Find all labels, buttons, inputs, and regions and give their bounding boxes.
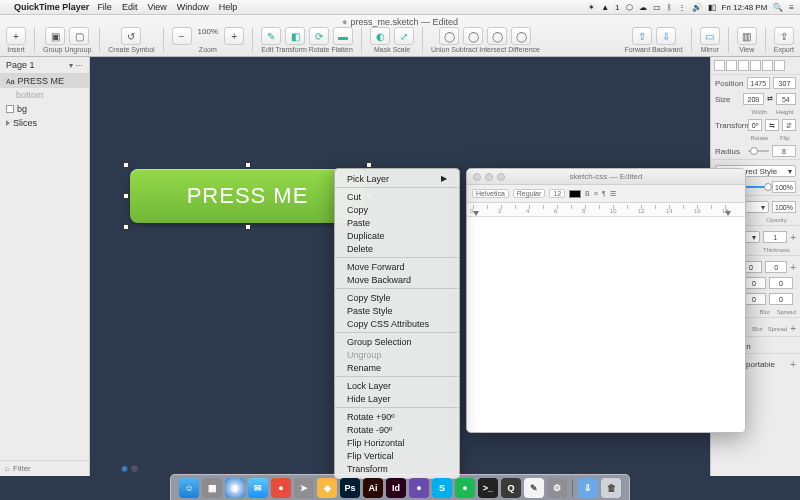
spotlight-icon[interactable]: 🔍 (773, 3, 783, 12)
page-selector[interactable]: Page 1▾ ⋯ (0, 57, 89, 74)
group-button[interactable]: ▣ (45, 27, 65, 45)
zoom-out-button[interactable]: − (172, 27, 192, 45)
align-top-button[interactable] (750, 60, 761, 71)
dock-skype-icon[interactable]: S (432, 478, 452, 498)
dock-finder-icon[interactable]: ☺ (179, 478, 199, 498)
backward-button[interactable]: ⇩ (656, 27, 676, 45)
dock-settings-icon[interactable]: ⚙ (547, 478, 567, 498)
rotate-button[interactable]: ⟳ (309, 27, 329, 45)
status-count[interactable]: 1 (615, 3, 619, 12)
evernote-icon[interactable]: ✶ (588, 3, 595, 12)
menu-view[interactable]: View (147, 2, 166, 12)
zoom-in-button[interactable]: + (224, 27, 244, 45)
cloud-icon[interactable]: ☁ (639, 3, 647, 12)
dock-mail-icon[interactable]: ✉ (248, 478, 268, 498)
textedit-window[interactable]: sketch-css — Edited Helvetica Regular 12… (466, 168, 746, 433)
pos-y-input[interactable]: 307 (773, 77, 796, 89)
ctx-hide-layer[interactable]: Hide Layer (335, 392, 459, 405)
ctx-delete[interactable]: Delete (335, 242, 459, 255)
ctx-pick-layer[interactable]: Pick Layer▶ (335, 172, 459, 185)
dock-quicktime-icon[interactable]: Q (501, 478, 521, 498)
ctx-paste-style[interactable]: Paste Style (335, 304, 459, 317)
resize-handle-tl[interactable] (123, 162, 129, 168)
width-input[interactable]: 208 (743, 93, 763, 105)
text-color-swatch[interactable] (569, 190, 581, 198)
notification-center-icon[interactable]: ≡ (789, 3, 794, 12)
resize-handle-ml[interactable] (123, 193, 129, 199)
resize-handle-bm[interactable] (245, 224, 251, 230)
dock-messages-icon[interactable]: ● (271, 478, 291, 498)
layer-filter-input[interactable] (13, 464, 118, 473)
dock-textedit-icon[interactable]: ✎ (524, 478, 544, 498)
edit-button[interactable]: ✎ (261, 27, 281, 45)
mirror-button[interactable]: ▭ (700, 27, 720, 45)
pos-x-input[interactable]: 1475 (747, 77, 770, 89)
dock-app-a-icon[interactable]: ● (409, 478, 429, 498)
forward-button[interactable]: ⇧ (632, 27, 652, 45)
clock[interactable]: Fri 12:48 PM (722, 3, 768, 12)
layer-row[interactable]: bg (0, 102, 89, 116)
spacing-button[interactable]: ¶ (602, 190, 606, 197)
volume-icon[interactable]: 🔊 (692, 3, 702, 12)
ctx-cut[interactable]: Cut (335, 190, 459, 203)
active-app-name[interactable]: QuickTime Player (14, 2, 89, 12)
ctx-flip-horizontal[interactable]: Flip Horizontal (335, 436, 459, 449)
ctx-move-forward[interactable]: Move Forward (335, 260, 459, 273)
height-input[interactable]: 54 (776, 93, 796, 105)
textedit-ruler[interactable]: 024681012141618 (467, 203, 745, 217)
dock-photoshop-icon[interactable]: Ps (340, 478, 360, 498)
mask-button[interactable]: ◐ (370, 27, 390, 45)
filter-options-icon-2[interactable]: ◎ (131, 464, 138, 473)
flatten-button[interactable]: ▬ (333, 27, 353, 45)
ctx-copy[interactable]: Copy (335, 203, 459, 216)
font-size-select[interactable]: 12 (549, 189, 565, 198)
ctx-duplicate[interactable]: Duplicate (335, 229, 459, 242)
flip-h-button[interactable]: ⇋ (765, 119, 779, 131)
rotate-input[interactable]: 0º (748, 119, 762, 131)
textedit-body[interactable] (467, 217, 745, 432)
ctx-move-backward[interactable]: Move Backward (335, 273, 459, 286)
scale-button[interactable]: ⤢ (394, 27, 414, 45)
align-left-button[interactable] (714, 60, 725, 71)
resize-handle-tm[interactable] (245, 162, 251, 168)
create-symbol-button[interactable]: ↺ (121, 27, 141, 45)
align-right-button[interactable] (738, 60, 749, 71)
view-button[interactable]: ▥ (737, 27, 757, 45)
radius-slider[interactable] (748, 150, 769, 152)
list-button[interactable]: ☰ (610, 190, 616, 198)
ctx-rotate-90-[interactable]: Rotate +90º (335, 410, 459, 423)
opacity2-input[interactable]: 100% (772, 201, 796, 213)
dock-spotify-icon[interactable]: ● (455, 478, 475, 498)
press-me-button-layer[interactable]: PRESS ME (130, 169, 365, 223)
transform-button[interactable]: ◧ (285, 27, 305, 45)
ctx-lock-layer[interactable]: Lock Layer (335, 379, 459, 392)
menu-window[interactable]: Window (177, 2, 209, 12)
adobe-cc-icon[interactable]: ▲ (601, 3, 609, 12)
menu-help[interactable]: Help (219, 2, 238, 12)
intersect-button[interactable]: ◯ (487, 27, 507, 45)
dock-launchpad-icon[interactable]: ▦ (202, 478, 222, 498)
dock-indesign-icon[interactable]: Id (386, 478, 406, 498)
thickness-input[interactable]: 1 (763, 231, 787, 243)
radius-input[interactable]: 8 (772, 145, 796, 157)
bluetooth-icon[interactable]: ᛒ (667, 3, 672, 12)
wifi-icon[interactable]: ⋮ (678, 3, 686, 12)
union-button[interactable]: ◯ (439, 27, 459, 45)
dropbox-icon[interactable]: ⬡ (626, 3, 633, 12)
ctx-group-selection[interactable]: Group Selection (335, 335, 459, 348)
font-select[interactable]: Helvetica (472, 189, 509, 198)
layer-row[interactable]: AaPRESS ME (0, 74, 89, 88)
dock-sketch-icon[interactable]: ◆ (317, 478, 337, 498)
layer-row[interactable]: Slices (0, 116, 89, 130)
ctx-rotate-90-[interactable]: Rotate -90º (335, 423, 459, 436)
add-border-button[interactable]: + (790, 232, 796, 243)
ctx-copy-style[interactable]: Copy Style (335, 291, 459, 304)
dock-illustrator-icon[interactable]: Ai (363, 478, 383, 498)
opacity-input[interactable]: 100% (772, 181, 796, 193)
align-bottom-button[interactable] (774, 60, 785, 71)
dock-downloads-icon[interactable]: ⇩ (578, 478, 598, 498)
dock-maps-icon[interactable]: ➤ (294, 478, 314, 498)
display-icon[interactable]: ▭ (653, 3, 661, 12)
ctx-rename[interactable]: Rename (335, 361, 459, 374)
resize-handle-bl[interactable] (123, 224, 129, 230)
